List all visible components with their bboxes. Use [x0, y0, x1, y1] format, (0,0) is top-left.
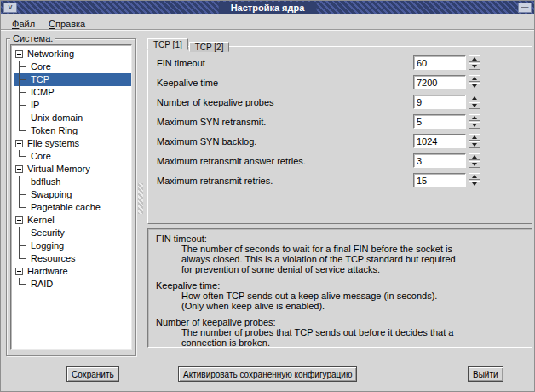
tree-line: [19, 188, 20, 201]
help-entry: FIN timeout:The number of seconds to wai…: [156, 233, 524, 274]
menu-help[interactable]: Справка: [42, 18, 92, 29]
tree-line: [19, 239, 20, 252]
keepalive-time-spin-down[interactable]: [469, 83, 480, 89]
tree-line: [19, 278, 20, 285]
minimize-button[interactable]: —: [518, 3, 532, 13]
keepalive-probes-spin-down[interactable]: [469, 102, 480, 109]
tree-item-bdflush[interactable]: bdflush: [14, 176, 131, 188]
tree-item-label: IP: [31, 100, 39, 110]
syn-backlog-input[interactable]: [413, 134, 466, 148]
retransmit-retries-input[interactable]: [413, 173, 466, 187]
form-row: Maximum retransmit answer retries.: [148, 153, 532, 172]
tree-item-logging[interactable]: Logging: [14, 239, 131, 252]
collapse-icon[interactable]: [15, 216, 23, 224]
syn-retransmit-spin-up[interactable]: [469, 114, 480, 121]
tree-item-label: Swapping: [31, 189, 72, 199]
tree-item-tcp[interactable]: TCP: [14, 73, 131, 86]
splitter-grip[interactable]: [138, 183, 143, 214]
tree-line: [19, 176, 20, 188]
syn-retransmit-spin-down[interactable]: [469, 122, 480, 129]
tree-item-ip[interactable]: IP: [14, 99, 131, 112]
tree-item-resources[interactable]: Resources: [14, 252, 131, 265]
titlebar[interactable]: v Настройка ядра —: [1, 1, 534, 14]
keepalive-time-input[interactable]: [413, 75, 466, 89]
retransmit-retries-spin-down[interactable]: [469, 181, 480, 187]
tree-item-swapping[interactable]: Swapping: [14, 188, 131, 201]
tree-item-label: Core: [31, 61, 51, 72]
fin-timeout-spinner: [469, 55, 480, 70]
tab-tcp-1[interactable]: TCP [1]: [147, 38, 188, 50]
fin-timeout-spin-up[interactable]: [469, 55, 480, 62]
keepalive-time-spin-up[interactable]: [469, 75, 480, 82]
spin-up-icon: [472, 135, 477, 139]
fin-timeout-label: FIN timeout: [157, 58, 205, 68]
collapse-icon[interactable]: [15, 140, 23, 147]
help-line: How often TCP sends out a keep alive mes…: [181, 291, 524, 301]
syn-retransmit-label: Maximum SYN retransmit.: [157, 117, 266, 127]
help-line: (Only when keep alive is enabled).: [181, 301, 524, 311]
keepalive-probes-spin-up[interactable]: [469, 95, 480, 101]
retransmit-answer-retries-spin-up[interactable]: [469, 153, 480, 160]
system-tree: NetworkingCoreTCPICMPIPUnix domainToken …: [10, 44, 132, 350]
menubar: ФайлСправка: [1, 15, 534, 28]
tree-item-raid[interactable]: RAID: [14, 278, 131, 291]
tree-item-label: bdflush: [31, 176, 60, 187]
collapse-icon[interactable]: [15, 165, 23, 173]
tree-item-networking-core[interactable]: Core: [14, 61, 131, 73]
tree-item-icmp[interactable]: ICMP: [14, 86, 131, 99]
tree-item-hardware[interactable]: Hardware: [14, 265, 131, 278]
save-button[interactable]: Сохранить: [66, 366, 119, 382]
form-row: Maximum SYN backlog.: [148, 133, 532, 153]
retransmit-retries-spin-up[interactable]: [469, 173, 480, 180]
fin-timeout-input[interactable]: [413, 55, 466, 70]
retransmit-answer-retries-input[interactable]: [413, 153, 466, 168]
retransmit-answer-retries-spin-down[interactable]: [469, 161, 480, 168]
keepalive-probes-label: Number of keepalive probes: [157, 97, 274, 107]
syn-retransmit-spinner: [469, 114, 480, 129]
tree-line: [19, 99, 20, 112]
tree-item-file-systems-core[interactable]: Core: [14, 150, 131, 163]
retransmit-retries-label: Maximum retransmit retries.: [157, 176, 273, 186]
fin-timeout-spin-down[interactable]: [469, 63, 480, 70]
tree-item-label: Pagetable cache: [31, 202, 101, 212]
keepalive-probes-input[interactable]: [413, 95, 466, 109]
exit-button[interactable]: Выйти: [468, 366, 503, 382]
tree-item-token-ring[interactable]: Token Ring: [14, 124, 131, 137]
keepalive-time-label: Keepalive time: [157, 78, 218, 88]
tree-item-file-systems[interactable]: File systems: [14, 137, 131, 150]
retransmit-retries-spinner: [469, 173, 480, 187]
tree-item-label: Token Ring: [31, 125, 78, 135]
help-line: connection is broken.: [181, 337, 524, 348]
syn-backlog-spinner: [469, 134, 480, 148]
syn-backlog-spin-up[interactable]: [469, 134, 480, 141]
form-row: FIN timeout: [148, 55, 532, 74]
help-panel: FIN timeout:The number of seconds to wai…: [147, 228, 532, 348]
help-line: The number of probes that TCP sends out …: [181, 327, 524, 337]
collapse-icon[interactable]: [15, 50, 23, 58]
help-entry: Keepalive time:How often TCP sends out a…: [156, 280, 524, 311]
tree-item-pagetable-cache[interactable]: Pagetable cache: [14, 201, 131, 214]
tree-item-label: ICMP: [31, 87, 55, 97]
chevron-down-icon: v: [9, 3, 13, 11]
activate-saved-config-button[interactable]: Активировать сохраненную конфигурацию: [178, 366, 357, 382]
minimize-icon: —: [521, 3, 529, 11]
help-term: Number of keepalive probes:: [156, 317, 524, 327]
tree-item-networking[interactable]: Networking: [14, 48, 131, 61]
window-menu-button[interactable]: v: [3, 3, 17, 13]
spin-up-icon: [472, 116, 477, 119]
spin-down-icon: [472, 124, 477, 127]
syn-retransmit-input[interactable]: [413, 114, 466, 129]
tree-item-virtual-memory[interactable]: Virtual Memory: [14, 163, 131, 176]
collapse-icon[interactable]: [15, 268, 23, 275]
spin-up-icon: [472, 57, 477, 61]
system-group-label: Система.: [10, 33, 55, 43]
tree-item-kernel[interactable]: Kernel: [14, 214, 131, 227]
tree-item-security[interactable]: Security: [14, 227, 131, 239]
syn-backlog-spin-down[interactable]: [469, 141, 480, 148]
tree-item-label: Unix domain: [31, 112, 83, 123]
tree-item-unix-domain[interactable]: Unix domain: [14, 112, 131, 124]
help-entry: Number of keepalive probes:The number of…: [156, 317, 524, 348]
tab-tcp-2[interactable]: TCP [2]: [189, 42, 230, 52]
form-row: Number of keepalive probes: [148, 94, 532, 113]
menu-file[interactable]: Файл: [5, 18, 42, 29]
